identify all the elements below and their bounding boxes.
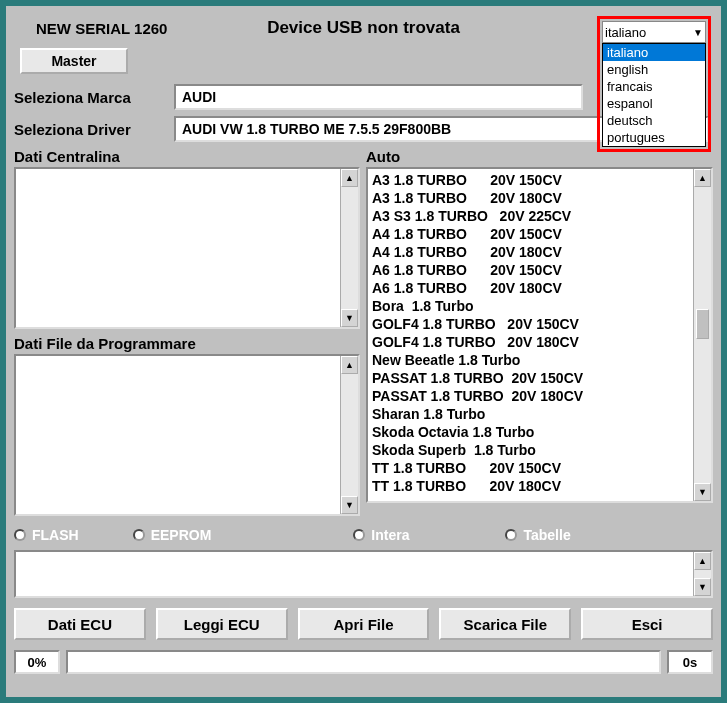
flash-radio-label: FLASH <box>32 527 79 543</box>
list-item[interactable]: A3 S3 1.8 TURBO 20V 225CV <box>372 207 691 225</box>
radio-icon <box>14 529 26 541</box>
scroll-up-icon[interactable]: ▲ <box>694 169 711 187</box>
scarica-file-button[interactable]: Scarica File <box>439 608 571 640</box>
list-item[interactable]: PASSAT 1.8 TURBO 20V 180CV <box>372 387 691 405</box>
scroll-down-icon[interactable]: ▼ <box>341 496 358 514</box>
leggi-ecu-button[interactable]: Leggi ECU <box>156 608 288 640</box>
progress-bar <box>66 650 661 674</box>
scrollbar[interactable]: ▲ ▼ <box>693 169 711 501</box>
scroll-up-icon[interactable]: ▲ <box>694 552 711 570</box>
serial-label: NEW SERIAL 1260 <box>36 20 167 37</box>
language-selected-value: italiano <box>605 25 646 40</box>
scroll-up-icon[interactable]: ▲ <box>341 356 358 374</box>
list-item[interactable]: A6 1.8 TURBO 20V 180CV <box>372 279 691 297</box>
scrollbar[interactable]: ▲ ▼ <box>340 356 358 514</box>
dati-file-label: Dati File da Programmare <box>14 335 360 352</box>
list-item[interactable]: GOLF4 1.8 TURBO 20V 150CV <box>372 315 691 333</box>
language-option[interactable]: portugues <box>603 129 705 146</box>
eeprom-radio[interactable]: EEPROM <box>133 527 212 543</box>
language-dropdown-highlight: italiano ▼ italiano english francais esp… <box>597 16 711 152</box>
scroll-down-icon[interactable]: ▼ <box>694 578 711 596</box>
esci-button[interactable]: Esci <box>581 608 713 640</box>
list-item[interactable]: A4 1.8 TURBO 20V 180CV <box>372 243 691 261</box>
progress-time: 0s <box>667 650 713 674</box>
radio-icon <box>353 529 365 541</box>
list-item[interactable]: TT 1.8 TURBO 20V 180CV <box>372 477 691 495</box>
scroll-down-icon[interactable]: ▼ <box>694 483 711 501</box>
auto-listbox[interactable]: A3 1.8 TURBO 20V 150CVA3 1.8 TURBO 20V 1… <box>366 167 713 503</box>
radio-icon <box>505 529 517 541</box>
list-item[interactable]: New Beeatle 1.8 Turbo <box>372 351 691 369</box>
marca-label: Seleziona Marca <box>14 89 174 106</box>
list-item[interactable]: A3 1.8 TURBO 20V 150CV <box>372 171 691 189</box>
dati-centralina-listbox[interactable]: ▲ ▼ <box>14 167 360 329</box>
dati-ecu-button[interactable]: Dati ECU <box>14 608 146 640</box>
list-item[interactable]: Bora 1.8 Turbo <box>372 297 691 315</box>
list-item[interactable]: Skoda Superb 1.8 Turbo <box>372 441 691 459</box>
dati-file-listbox[interactable]: ▲ ▼ <box>14 354 360 516</box>
radio-icon <box>133 529 145 541</box>
language-option[interactable]: deutsch <box>603 112 705 129</box>
list-item[interactable]: A4 1.8 TURBO 20V 150CV <box>372 225 691 243</box>
intera-radio-label: Intera <box>371 527 409 543</box>
usb-status-label: Device USB non trovata <box>267 18 460 38</box>
intera-radio[interactable]: Intera <box>353 527 409 543</box>
language-options-list: italiano english francais espanol deutsc… <box>602 43 706 147</box>
language-option[interactable]: francais <box>603 78 705 95</box>
list-item[interactable]: A6 1.8 TURBO 20V 150CV <box>372 261 691 279</box>
list-item[interactable]: Skoda Octavia 1.8 Turbo <box>372 423 691 441</box>
flash-radio[interactable]: FLASH <box>14 527 79 543</box>
tabelle-radio[interactable]: Tabelle <box>505 527 570 543</box>
language-option[interactable]: italiano <box>603 44 705 61</box>
log-textarea[interactable]: ▲ ▼ <box>14 550 713 598</box>
chevron-down-icon: ▼ <box>693 27 703 38</box>
eeprom-radio-label: EEPROM <box>151 527 212 543</box>
main-window: NEW SERIAL 1260 Device USB non trovata i… <box>6 6 721 697</box>
dati-centralina-label: Dati Centralina <box>14 148 360 165</box>
tabelle-radio-label: Tabelle <box>523 527 570 543</box>
language-option[interactable]: espanol <box>603 95 705 112</box>
list-item[interactable]: A3 1.8 TURBO 20V 180CV <box>372 189 691 207</box>
scrollbar[interactable]: ▲ ▼ <box>693 552 711 596</box>
language-option[interactable]: english <box>603 61 705 78</box>
driver-label: Seleziona Driver <box>14 121 174 138</box>
scroll-down-icon[interactable]: ▼ <box>341 309 358 327</box>
list-item[interactable]: PASSAT 1.8 TURBO 20V 150CV <box>372 369 691 387</box>
scroll-up-icon[interactable]: ▲ <box>341 169 358 187</box>
progress-percent: 0% <box>14 650 60 674</box>
list-item[interactable]: GOLF4 1.8 TURBO 20V 180CV <box>372 333 691 351</box>
master-button[interactable]: Master <box>20 48 128 74</box>
list-item[interactable]: TT 1.8 TURBO 20V 150CV <box>372 459 691 477</box>
language-select[interactable]: italiano ▼ <box>602 21 706 43</box>
scrollbar[interactable]: ▲ ▼ <box>340 169 358 327</box>
apri-file-button[interactable]: Apri File <box>298 608 430 640</box>
scroll-thumb[interactable] <box>696 309 709 339</box>
list-item[interactable]: Sharan 1.8 Turbo <box>372 405 691 423</box>
marca-select[interactable]: AUDI <box>174 84 583 110</box>
